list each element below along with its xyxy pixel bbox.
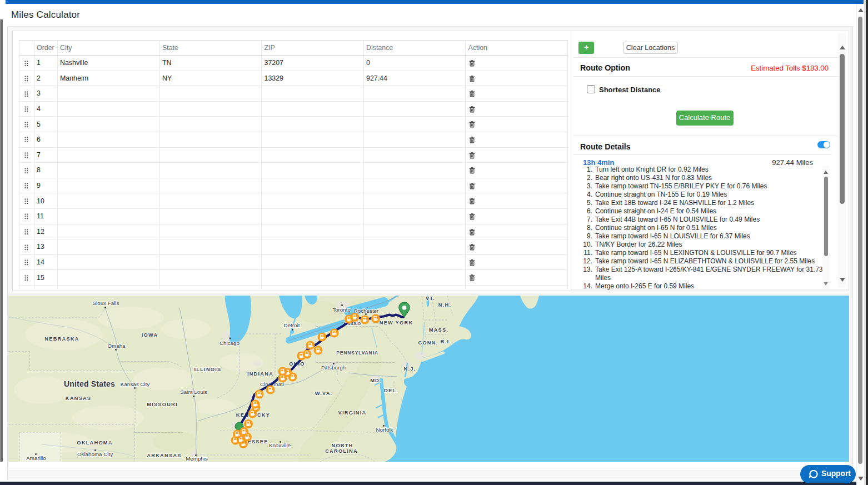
svg-text:Norfolk: Norfolk xyxy=(376,426,393,432)
svg-text:Toronto: Toronto xyxy=(332,306,351,312)
svg-text:MD.: MD. xyxy=(370,378,382,383)
svg-text:CONN.: CONN. xyxy=(418,340,438,346)
svg-text:W.VA.: W.VA. xyxy=(315,391,332,396)
svg-text:KANSAS: KANSAS xyxy=(65,396,91,401)
svg-text:United States: United States xyxy=(63,379,114,388)
svg-text:Oklahoma City: Oklahoma City xyxy=(77,451,112,457)
svg-text:Kansas City: Kansas City xyxy=(120,381,149,387)
svg-text:ILLINOIS: ILLINOIS xyxy=(194,367,221,372)
svg-text:MISSOURI: MISSOURI xyxy=(147,402,178,407)
svg-text:ARKANSAS: ARKANSAS xyxy=(147,453,181,458)
svg-text:MASS.: MASS. xyxy=(428,327,448,333)
svg-text:N.H.: N.H. xyxy=(438,302,451,308)
svg-text:Rochester: Rochester xyxy=(353,308,378,314)
svg-text:Chicago: Chicago xyxy=(220,340,240,346)
svg-text:PENNSYLVANIA: PENNSYLVANIA xyxy=(336,350,378,356)
svg-text:NORTH: NORTH xyxy=(331,443,353,448)
svg-text:VT.: VT. xyxy=(425,296,435,301)
svg-text:OKLAHOMA: OKLAHOMA xyxy=(77,440,112,446)
svg-text:Amarillo: Amarillo xyxy=(26,455,46,461)
svg-text:NEBRASKA: NEBRASKA xyxy=(44,336,79,342)
svg-text:Sioux Falls: Sioux Falls xyxy=(92,300,119,306)
svg-text:Pittsburgh: Pittsburgh xyxy=(321,364,345,371)
svg-text:Detroit: Detroit xyxy=(283,322,300,328)
svg-text:Omaha: Omaha xyxy=(107,343,126,349)
svg-text:N.J.: N.J. xyxy=(403,366,416,372)
svg-text:Knoxville: Knoxville xyxy=(268,442,291,448)
svg-text:IOWA: IOWA xyxy=(141,332,158,338)
svg-text:R.I.: R.I. xyxy=(440,339,451,344)
svg-text:VIRGINIA: VIRGINIA xyxy=(338,410,366,416)
svg-text:NEW YORK: NEW YORK xyxy=(379,320,413,326)
svg-text:Saint Louis: Saint Louis xyxy=(180,389,207,395)
svg-text:INDIANA: INDIANA xyxy=(247,371,273,377)
svg-text:CAROLINA: CAROLINA xyxy=(325,448,358,454)
svg-text:DEL.: DEL. xyxy=(384,388,398,393)
svg-text:Memphis: Memphis xyxy=(186,456,208,462)
